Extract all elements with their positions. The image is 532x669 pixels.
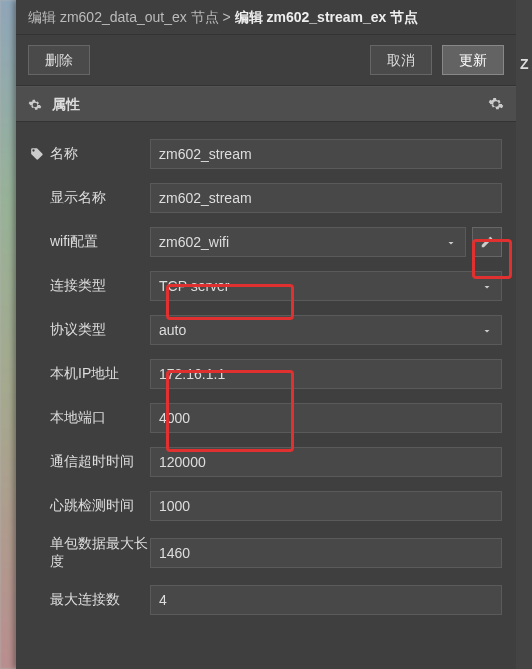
row-ip: 本机IP地址 (18, 352, 514, 396)
comm-timeout-input[interactable] (150, 447, 502, 477)
pencil-icon (480, 235, 494, 249)
local-ip-input[interactable] (150, 359, 502, 389)
display-name-input[interactable] (150, 183, 502, 213)
tag-icon (30, 147, 44, 161)
toolbar: 删除 取消 更新 (16, 35, 516, 86)
row-wifi: wifi配置 zm602_wifi (18, 220, 514, 264)
right-edge-strip: Z (516, 0, 532, 669)
row-heartbeat: 心跳检测时间 (18, 484, 514, 528)
max-connections-input[interactable] (150, 585, 502, 615)
delete-button[interactable]: 删除 (28, 45, 90, 75)
label-conn-type: 连接类型 (50, 277, 106, 295)
row-max-conn: 最大连接数 (18, 578, 514, 622)
settings-icon[interactable] (488, 96, 504, 112)
label-wifi: wifi配置 (50, 233, 98, 251)
chevron-down-icon (481, 325, 493, 337)
label-display: 显示名称 (50, 189, 106, 207)
label-proto: 协议类型 (50, 321, 106, 339)
section-header-properties[interactable]: 属性 (16, 86, 516, 122)
breadcrumb: 编辑 zm602_data_out_ex 节点 > 编辑 zm602_strea… (16, 0, 516, 35)
label-ip: 本机IP地址 (50, 365, 119, 383)
edit-wifi-button[interactable] (472, 227, 502, 257)
gear-icon (28, 98, 42, 112)
label-pkt-max: 单包数据最大长度 (50, 535, 150, 571)
properties-form: 名称 显示名称 wifi配置 zm602_wifi (16, 122, 516, 669)
local-port-input[interactable] (150, 403, 502, 433)
cancel-button[interactable]: 取消 (370, 45, 432, 75)
chevron-down-icon (445, 237, 457, 249)
row-conn-type: 连接类型 TCP server (18, 264, 514, 308)
label-name: 名称 (50, 145, 78, 163)
row-port: 本地端口 (18, 396, 514, 440)
label-heartbeat: 心跳检测时间 (50, 497, 134, 515)
label-timeout: 通信超时时间 (50, 453, 134, 471)
edit-node-panel: 编辑 zm602_data_out_ex 节点 > 编辑 zm602_strea… (16, 0, 516, 669)
heartbeat-input[interactable] (150, 491, 502, 521)
right-letter: Z (520, 56, 529, 72)
name-input[interactable] (150, 139, 502, 169)
row-name: 名称 (18, 132, 514, 176)
breadcrumb-current: 编辑 zm602_stream_ex 节点 (235, 9, 419, 25)
breadcrumb-prev[interactable]: 编辑 zm602_data_out_ex 节点 (28, 9, 223, 25)
protocol-type-select[interactable]: auto (150, 315, 502, 345)
row-display: 显示名称 (18, 176, 514, 220)
left-edge-strip (0, 0, 16, 669)
update-button[interactable]: 更新 (442, 45, 504, 75)
row-timeout: 通信超时时间 (18, 440, 514, 484)
max-packet-length-input[interactable] (150, 538, 502, 568)
breadcrumb-separator: > (223, 9, 235, 25)
chevron-down-icon (481, 281, 493, 293)
connection-type-select[interactable]: TCP server (150, 271, 502, 301)
label-port: 本地端口 (50, 409, 106, 427)
wifi-config-select[interactable]: zm602_wifi (150, 227, 466, 257)
row-proto: 协议类型 auto (18, 308, 514, 352)
section-title: 属性 (52, 96, 80, 112)
label-max-conn: 最大连接数 (50, 591, 120, 609)
row-pkt-max: 单包数据最大长度 (18, 528, 514, 578)
